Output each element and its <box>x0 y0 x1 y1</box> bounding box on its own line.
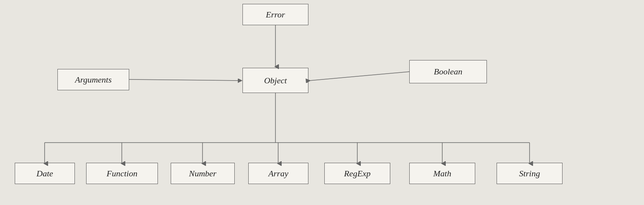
node-date: Date <box>15 163 75 184</box>
node-function: Function <box>86 163 158 184</box>
arrow-boolean-object <box>310 72 409 81</box>
node-string: String <box>497 163 563 184</box>
node-object: Object <box>242 68 308 93</box>
node-number: Number <box>171 163 235 184</box>
node-math: Math <box>409 163 475 184</box>
node-regexp: RegExp <box>324 163 390 184</box>
node-arguments: Arguments <box>57 69 129 90</box>
arrow-arguments-object <box>129 79 241 81</box>
diagram-container: Error Object Arguments Boolean Date Func… <box>0 0 644 205</box>
node-array: Array <box>248 163 308 184</box>
node-boolean: Boolean <box>409 60 487 83</box>
node-error: Error <box>242 4 308 25</box>
